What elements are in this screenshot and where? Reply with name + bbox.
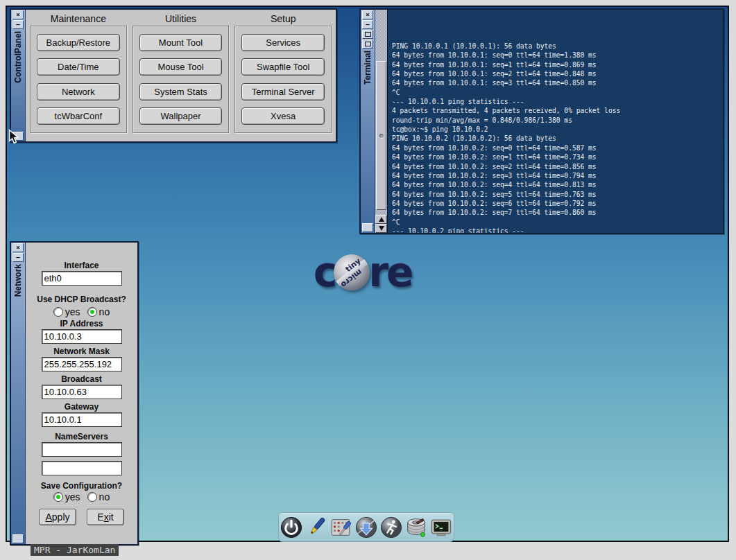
broadcast-field[interactable]: [42, 385, 122, 399]
screen: c tiny micro re × – ControlPanel Mainten…: [0, 0, 736, 560]
scrollbar-thumb[interactable]: [376, 61, 386, 210]
interface-label: Interface: [64, 261, 99, 270]
ip-field[interactable]: [42, 329, 122, 344]
group-setup: Setup ServicesSwapfile ToolTerminal Serv…: [234, 12, 332, 133]
terminal-line: 64 bytes from 10.10.0.2: seq=1 ttl=64 ti…: [392, 152, 721, 161]
save-radio-group: yes no: [53, 491, 110, 502]
terminal-scrollbar[interactable]: [375, 10, 388, 233]
nameserver1-field[interactable]: [42, 442, 122, 457]
control-panel-button[interactable]: Mouse Tool: [139, 58, 223, 76]
terminal-line: 64 bytes from 10.10.0.2: seq=4 ttl=64 ti…: [392, 180, 721, 189]
terminal-line: 64 bytes from 10.10.0.2: seq=2 ttl=64 ti…: [392, 162, 721, 171]
terminal-icon[interactable]: [429, 515, 454, 540]
save-yes-radio[interactable]: yes: [53, 491, 80, 502]
logo-sphere-icon: tiny micro: [334, 254, 370, 290]
tinycore-logo: c tiny micro re: [314, 252, 411, 292]
terminal-line: PING 10.10.0.1 (10.10.0.1): 56 data byte…: [392, 42, 721, 51]
exit-button[interactable]: Exit: [87, 509, 124, 525]
terminal-line: --- 10.10.0.1 ping statistics ---: [392, 97, 721, 106]
dhcp-no-radio[interactable]: no: [87, 306, 110, 317]
resize-handle-icon[interactable]: [362, 223, 373, 232]
mask-field[interactable]: [42, 357, 122, 371]
gateway-field[interactable]: [42, 412, 122, 427]
control-panel-button[interactable]: Backup/Restore: [37, 34, 120, 51]
save-config-label: Save Configuration?: [41, 481, 122, 491]
group-maintenance: Maintenance Backup/RestoreDate/TimeNetwo…: [30, 12, 127, 133]
close-icon[interactable]: ×: [362, 10, 373, 19]
group-title: Setup: [234, 12, 332, 26]
maximize-width-icon[interactable]: [362, 40, 373, 49]
terminal-line: 64 bytes from 10.10.0.2: seq=6 ttl=64 ti…: [392, 199, 721, 208]
iconify-icon[interactable]: –: [362, 20, 373, 29]
terminal-window: × – Terminal PING 10.10.0.1 (10.10.0.1):…: [359, 8, 724, 234]
iconify-icon[interactable]: –: [12, 20, 24, 29]
window-title: Network: [13, 264, 23, 297]
mouse-cursor-icon: [8, 129, 20, 145]
group-box: ServicesSwapfile ToolTerminal ServerXves…: [234, 26, 332, 133]
control-panel-titlebar[interactable]: × – ControlPanel: [11, 10, 26, 141]
resize-handle-icon[interactable]: [12, 534, 24, 543]
scroll-down-icon[interactable]: [375, 224, 387, 233]
dhcp-yes-radio[interactable]: yes: [53, 306, 80, 317]
logo-text-right: re: [368, 252, 411, 292]
group-box: Mount ToolMouse ToolSystem StatsWallpape…: [132, 26, 230, 133]
terminal-line: tc@box:~$ ping 10.10.0.2: [392, 125, 721, 134]
control-panel-window: × – ControlPanel Maintenance Backup/Rest…: [10, 8, 337, 143]
control-panel-content: Maintenance Backup/RestoreDate/TimeNetwo…: [26, 10, 336, 141]
dhcp-label: Use DHCP Broadcast?: [37, 295, 126, 304]
terminal-line: 64 bytes from 10.10.0.1: seq=2 ttl=64 ti…: [392, 69, 721, 78]
radio-icon: [53, 307, 63, 317]
maximize-height-icon[interactable]: [362, 30, 373, 39]
apps-download-icon[interactable]: [354, 515, 379, 540]
control-panel-button[interactable]: Wallpaper: [139, 107, 223, 125]
control-panel-button[interactable]: Terminal Server: [241, 83, 325, 100]
radio-icon: [87, 307, 97, 317]
power-icon[interactable]: [280, 515, 304, 540]
terminal-line: 64 bytes from 10.10.0.1: seq=1 ttl=64 ti…: [392, 60, 721, 69]
control-panel-button[interactable]: Mount Tool: [139, 34, 223, 51]
control-panel-icon[interactable]: [330, 515, 354, 540]
terminal-titlebar[interactable]: × – Terminal: [361, 10, 375, 233]
terminal-output[interactable]: PING 10.10.0.1 (10.10.0.1): 56 data byte…: [388, 10, 723, 233]
apply-button[interactable]: Apply: [39, 509, 76, 525]
terminal-line: --- 10.10.0.2 ping statistics ---: [392, 227, 721, 233]
terminal-line: ^C: [392, 218, 721, 227]
terminal-line: 4 packets transmitted, 4 packets receive…: [392, 106, 721, 115]
close-icon[interactable]: ×: [12, 243, 24, 252]
close-icon[interactable]: ×: [12, 10, 24, 19]
interface-field[interactable]: [42, 271, 122, 286]
logo-text-left: c: [314, 252, 335, 292]
terminal-line: 64 bytes from 10.10.0.2: seq=0 ttl=64 ti…: [392, 143, 721, 152]
group-title: Utilities: [132, 12, 230, 26]
network-form: Interface Use DHCP Broadcast? yes no IP …: [26, 243, 137, 544]
terminal-line: 64 bytes from 10.10.0.2: seq=3 ttl=64 ti…: [392, 171, 721, 180]
radio-icon: [53, 492, 63, 502]
run-program-icon[interactable]: [379, 515, 404, 540]
scroll-up-icon[interactable]: [375, 215, 387, 224]
terminal-line: 64 bytes from 10.10.0.1: seq=3 ttl=64 ti…: [392, 78, 721, 87]
group-utilities: Utilities Mount ToolMouse ToolSystem Sta…: [132, 12, 230, 133]
control-panel-button[interactable]: Services: [241, 34, 325, 51]
nameserver2-field[interactable]: [42, 461, 122, 475]
control-panel-button[interactable]: Date/Time: [37, 58, 120, 76]
broadcast-label: Broadcast: [61, 374, 102, 384]
control-panel-button[interactable]: Swapfile Tool: [241, 58, 325, 76]
network-titlebar[interactable]: × – Network: [11, 243, 26, 544]
desktop-status-label: MPR - JarKomLan: [31, 544, 119, 556]
terminal-line: round-trip min/avg/max = 0.848/0.986/1.3…: [392, 116, 721, 125]
window-title: Terminal: [363, 51, 373, 85]
control-panel-button[interactable]: System Stats: [139, 83, 223, 100]
terminal-line: 64 bytes from 10.10.0.1: seq=0 ttl=64 ti…: [392, 51, 721, 60]
editor-pen-icon[interactable]: [305, 515, 329, 540]
mount-harddisk-icon[interactable]: [404, 515, 429, 540]
control-panel-button[interactable]: Xvesa: [241, 107, 325, 125]
iconify-icon[interactable]: –: [12, 253, 24, 262]
control-panel-button[interactable]: tcWbarConf: [37, 107, 120, 125]
group-box: Backup/RestoreDate/TimeNetworktcWbarConf: [30, 26, 127, 133]
gateway-label: Gateway: [65, 402, 99, 412]
save-no-radio[interactable]: no: [87, 491, 110, 502]
dock-bar: [278, 512, 454, 542]
network-window: × – Network Interface Use DHCP Broadcast…: [10, 241, 139, 545]
control-panel-button[interactable]: Network: [37, 83, 120, 100]
group-title: Maintenance: [30, 12, 127, 26]
